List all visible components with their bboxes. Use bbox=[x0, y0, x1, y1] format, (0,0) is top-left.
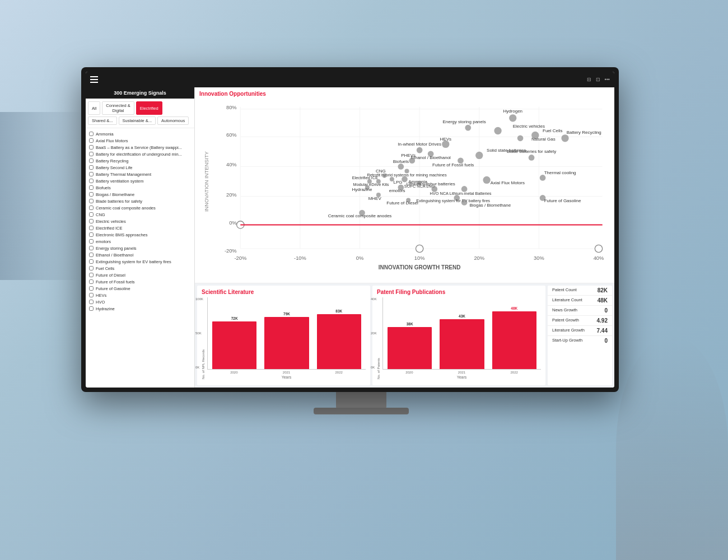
pat-y-20k: 20K bbox=[371, 332, 377, 335]
sidebar-checkbox[interactable] bbox=[89, 246, 94, 250]
sidebar-list-item[interactable]: Battery for electrification of undergrou… bbox=[89, 151, 191, 157]
sidebar-list-item[interactable]: Battery Thermal Management bbox=[89, 171, 191, 178]
sidebar-checkbox[interactable] bbox=[89, 219, 94, 223]
sidebar-checkbox[interactable] bbox=[89, 132, 94, 136]
sci-bar-2021-bar bbox=[264, 317, 309, 369]
sidebar-list-item[interactable]: Future of Diesel bbox=[89, 272, 191, 278]
sidebar-checkbox[interactable] bbox=[89, 172, 94, 176]
tab-shared[interactable]: Shared &... bbox=[88, 116, 117, 125]
hamburger-menu[interactable] bbox=[90, 76, 98, 83]
sidebar-list-item[interactable]: Axial Flux Motors bbox=[89, 137, 191, 144]
sidebar-list-item[interactable]: Electronic BMS approaches bbox=[89, 231, 191, 238]
sidebar-list-item[interactable]: Battery ventilation system bbox=[89, 178, 191, 184]
sidebar-list-item[interactable]: CNG bbox=[89, 211, 191, 218]
sidebar-list-item[interactable]: BaaS – Battery as a Service (Battery swa… bbox=[89, 144, 191, 151]
sci-lit-title: Scientific Literature bbox=[202, 289, 366, 295]
sidebar-checkbox[interactable] bbox=[89, 232, 94, 237]
bottom-row: Scientific Literature No. of NPL Records… bbox=[195, 283, 614, 388]
sidebar-checkbox[interactable] bbox=[89, 239, 94, 244]
sidebar-checkbox[interactable] bbox=[89, 192, 94, 197]
sidebar-checkbox[interactable] bbox=[89, 212, 94, 217]
sidebar-list-item[interactable]: Electric vehicles bbox=[89, 218, 191, 225]
sidebar-checkbox[interactable] bbox=[89, 306, 94, 311]
sidebar-list-item[interactable]: Fuel Cells bbox=[89, 265, 191, 272]
sci-bar-2020-value: 72K bbox=[231, 316, 238, 320]
sidebar-checkbox[interactable] bbox=[89, 199, 94, 203]
sidebar-item-label: Electric vehicles bbox=[96, 219, 126, 224]
tab-electrified[interactable]: Electrified bbox=[136, 101, 162, 115]
svg-point-73 bbox=[540, 175, 546, 181]
sidebar-list-item[interactable]: HEVs bbox=[89, 292, 191, 298]
sidebar-checkbox[interactable] bbox=[89, 179, 94, 183]
sidebar-checkbox[interactable] bbox=[89, 273, 94, 277]
svg-text:Axial Flux Motors: Axial Flux Motors bbox=[491, 180, 525, 185]
sidebar-list-item[interactable]: Ceramic coal composite anodes bbox=[89, 204, 191, 211]
sidebar-list-item[interactable]: Ethanol / Bioethanol bbox=[89, 251, 191, 258]
sidebar-checkbox[interactable] bbox=[89, 145, 94, 150]
sci-bar-2021-value: 79K bbox=[283, 312, 290, 316]
svg-text:80%: 80% bbox=[226, 105, 237, 110]
tab-sustainable[interactable]: Sustainable &... bbox=[119, 116, 156, 125]
sidebar-list-item[interactable]: Ammonia bbox=[89, 130, 191, 137]
svg-point-71 bbox=[483, 176, 490, 184]
sidebar-list-item[interactable]: Blade batteries for safety bbox=[89, 198, 191, 204]
sidebar-list-item[interactable]: Electrified ICE bbox=[89, 225, 191, 231]
sidebar-list-item[interactable]: Biofuels bbox=[89, 184, 191, 191]
scatter-chart: 80% 60% 40% 20% 0% -20% bbox=[199, 99, 610, 279]
tab-all[interactable]: All bbox=[88, 101, 100, 115]
sidebar-list-item[interactable]: Extinguishing system for EV battery fire… bbox=[89, 258, 191, 265]
stat-value: 0 bbox=[604, 338, 608, 344]
pat-bar-2021-bar bbox=[440, 319, 484, 369]
sidebar-list-item[interactable]: Battery Recycling bbox=[89, 157, 191, 164]
more-icon[interactable]: ••• bbox=[605, 77, 610, 82]
sidebar-checkbox[interactable] bbox=[89, 226, 94, 230]
svg-point-33 bbox=[465, 125, 471, 131]
sidebar-item-label: Ethanol / Bioethanol bbox=[96, 253, 133, 258]
stat-label: Literature Growth bbox=[552, 328, 585, 333]
main-content: 300 Emerging Signals All Connected &Digi… bbox=[86, 87, 614, 388]
sidebar-checkbox[interactable] bbox=[89, 152, 94, 156]
monitor-stand bbox=[336, 392, 386, 409]
sidebar-checkbox[interactable] bbox=[89, 279, 94, 284]
sidebar-list-item[interactable]: HVO bbox=[89, 298, 191, 305]
sidebar-item-label: Future of Diesel bbox=[96, 273, 125, 278]
sidebar-list-item[interactable]: emotors bbox=[89, 238, 191, 245]
svg-text:HEVs: HEVs bbox=[440, 137, 451, 142]
sidebar-list-item[interactable]: Biogas / Biomethane bbox=[89, 191, 191, 198]
svg-text:Fuel Cells: Fuel Cells bbox=[543, 128, 563, 133]
sidebar-item-label: HEVs bbox=[96, 293, 106, 298]
stat-row: Patent Count 82K bbox=[548, 286, 612, 296]
sidebar-checkbox[interactable] bbox=[89, 259, 94, 264]
sidebar-list-item[interactable]: Energy storing panels bbox=[89, 245, 191, 251]
svg-point-29 bbox=[595, 245, 602, 252]
expand-icon[interactable]: ⊡ bbox=[596, 77, 600, 82]
sci-x-axis-title: Years bbox=[207, 375, 366, 379]
tab-connected[interactable]: Connected &Digital bbox=[102, 101, 134, 115]
svg-text:Ceramic coal composite anodes: Ceramic coal composite anodes bbox=[328, 213, 392, 218]
sidebar-checkbox[interactable] bbox=[89, 253, 94, 257]
sidebar-checkbox[interactable] bbox=[89, 266, 94, 270]
sci-x-2021: 2021 bbox=[264, 371, 309, 374]
svg-point-91 bbox=[461, 199, 468, 206]
sidebar-list-item[interactable]: Hydrazine bbox=[89, 305, 191, 312]
scientific-literature-panel: Scientific Literature No. of NPL Records… bbox=[197, 286, 370, 385]
sidebar-list-item[interactable]: Future of Gasoline bbox=[89, 285, 191, 292]
sidebar-checkbox[interactable] bbox=[89, 293, 94, 297]
sidebar-checkbox[interactable] bbox=[89, 158, 94, 163]
tab-autonomous[interactable]: Autonomous bbox=[157, 116, 189, 125]
sidebar-item-label: Energy storing panels bbox=[96, 246, 137, 251]
sidebar-list-item[interactable]: Future of Fossil fuels bbox=[89, 278, 191, 285]
sidebar-checkbox[interactable] bbox=[89, 286, 94, 291]
svg-text:Biofuels: Biofuels bbox=[393, 159, 409, 164]
svg-text:0%: 0% bbox=[229, 220, 236, 226]
pat-bar-2022-bar bbox=[492, 311, 536, 369]
svg-text:-10%: -10% bbox=[294, 255, 306, 261]
sidebar-checkbox[interactable] bbox=[89, 206, 94, 210]
sidebar-checkbox[interactable] bbox=[89, 300, 94, 304]
sidebar-checkbox[interactable] bbox=[89, 185, 94, 190]
sidebar-checkbox[interactable] bbox=[89, 165, 94, 170]
sidebar-list-item[interactable]: Battery Second Life bbox=[89, 164, 191, 171]
filter-icon[interactable]: ⊟ bbox=[587, 77, 591, 82]
sidebar-checkbox[interactable] bbox=[89, 138, 94, 143]
sidebar-item-label: Future of Gasoline bbox=[96, 286, 130, 291]
